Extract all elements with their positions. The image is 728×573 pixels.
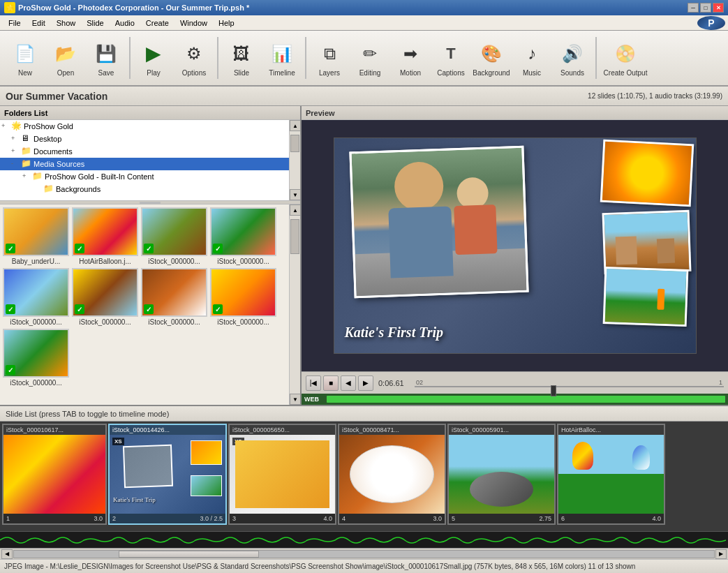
toolbar-options-button[interactable]: ⚙ Options <box>174 34 214 82</box>
slide-item-4[interactable]: iStock_000008471... 4 3.0 <box>338 424 446 525</box>
folders-scroll-thumb[interactable] <box>290 135 299 152</box>
thumb-label-fields: iStock_000000... <box>72 318 138 326</box>
expand-proshow[interactable]: + <box>1 122 10 131</box>
slide-item-1[interactable]: iStock_000010617... 1 3.0 <box>2 424 107 525</box>
slide-thumb-2: XS Katie's First Trip <box>110 435 225 514</box>
menu-slide[interactable]: Slide <box>81 17 109 29</box>
collage-photo-mr <box>602 210 691 274</box>
thumbnail-hiker[interactable]: ✓ iStock_000000... <box>3 329 69 387</box>
playback-controls: |◀ ■ ◀ ▶ 0:06.61 0 2 1 <box>302 371 728 394</box>
menu-create[interactable]: Create <box>140 17 174 29</box>
toolbar-sounds-button[interactable]: 🔊 Sounds <box>553 34 592 82</box>
toolbar-play-button[interactable]: ▶ Play <box>134 34 173 82</box>
tree-item-documents[interactable]: + 📁 Documents <box>0 145 289 158</box>
close-button[interactable]: ✕ <box>713 3 724 13</box>
menu-window[interactable]: Window <box>174 17 213 29</box>
thumbs-scroll-up[interactable]: ▲ <box>290 204 300 216</box>
preview-header-label: Preview <box>306 109 335 117</box>
slide-item-2[interactable]: iStock_000014426... XS Katie's First Tri… <box>108 424 227 525</box>
media-thumbnails[interactable]: ✓ Baby_underU... ✓ HotAirBalloon.j... ✓ <box>0 204 289 405</box>
thumbnail-family[interactable]: ✓ iStock_000000... <box>141 207 207 265</box>
mini-photo-3 <box>191 475 222 496</box>
h-scrollbar-track[interactable] <box>13 550 715 558</box>
slide-item-6[interactable]: HotAirBalloc... 6 4.0 <box>557 424 665 525</box>
thumbnail-balloon[interactable]: ✓ HotAirBalloon.j... <box>72 207 138 265</box>
minimize-button[interactable]: ─ <box>688 3 699 13</box>
scroll-left-arrow[interactable]: ◀ <box>1 549 13 559</box>
toolbar-background-button[interactable]: 🎨 Background <box>472 34 511 82</box>
app-icon: 🌟 <box>4 2 15 13</box>
slide-item-5[interactable]: iStock_000005901... 5 2.75 <box>447 424 556 525</box>
progress-bar[interactable] <box>415 386 724 387</box>
folders-scroll-down[interactable]: ▼ <box>290 189 300 200</box>
slide-num-4: 4 <box>342 515 346 522</box>
slide-thumb-4 <box>339 435 445 514</box>
menu-edit[interactable]: Edit <box>27 17 51 29</box>
h-scrollbar-thumb[interactable] <box>119 551 259 558</box>
folders-content[interactable]: + 🌟 ProShow Gold + 🖥 Desktop + 📁 Documen… <box>0 120 289 200</box>
toolbar-open-button[interactable]: 📂 Open <box>46 34 85 82</box>
slide-num-5: 5 <box>452 515 455 522</box>
toolbar-new-button[interactable]: 📄 New <box>6 34 45 82</box>
toolbar-timeline-button[interactable]: 📊 Timeline <box>262 34 302 82</box>
toolbar-captions-button[interactable]: T Captions <box>431 34 470 82</box>
slide-item-3[interactable]: iStock_000005650... XS 3 4.0 <box>228 424 336 525</box>
thumbs-scroll-down[interactable]: ▼ <box>290 394 300 405</box>
preview-canvas: Katie's First Trip <box>302 120 728 371</box>
menu-help[interactable]: Help <box>213 17 240 29</box>
slide-title-4: iStock_000008471... <box>339 425 445 435</box>
builtin-icon: 📁 <box>32 171 43 182</box>
timeline-container[interactable]: 0 2 1 <box>415 379 724 387</box>
slide-list-header: Slide List (press TAB to toggle to timel… <box>0 406 728 422</box>
expand-documents[interactable]: + <box>11 147 20 156</box>
menu-audio[interactable]: Audio <box>110 17 140 29</box>
tree-item-proshow[interactable]: + 🌟 ProShow Gold <box>0 120 289 133</box>
folders-scroll-up[interactable]: ▲ <box>290 120 300 131</box>
toolbar-editing-button[interactable]: ✏ Editing <box>350 34 389 82</box>
baby-preview <box>235 440 329 508</box>
menu-file[interactable]: File <box>3 17 27 29</box>
thumbnail-baseball[interactable]: ✓ iStock_000000... <box>141 268 207 326</box>
menu-show[interactable]: Show <box>51 17 82 29</box>
scroll-right-arrow[interactable]: ▶ <box>715 549 727 559</box>
toolbar-layers-button[interactable]: ⧉ Layers <box>310 34 349 82</box>
play-start-button[interactable]: |◀ <box>306 375 321 391</box>
time-display: 0:06.61 <box>378 379 410 387</box>
stop-button[interactable]: ■ <box>323 375 339 391</box>
tree-item-media-sources[interactable]: - 📁 Media Sources <box>0 158 289 170</box>
tree-label-desktop: Desktop <box>34 135 61 143</box>
thumbnail-kids[interactable]: ✓ iStock_000000... <box>210 207 276 265</box>
toolbar-slide-button[interactable]: 🖼 Slide <box>222 34 261 82</box>
thumbnail-flower[interactable]: ✓ iStock_000000... <box>210 268 276 326</box>
tree-item-builtin[interactable]: + 📁 ProShow Gold - Built-In Content <box>0 170 289 183</box>
thumb-img-flower: ✓ <box>210 268 276 317</box>
folders-scrollbar[interactable]: ▲ ▼ <box>289 120 300 200</box>
progress-handle[interactable] <box>551 385 556 396</box>
toolbar-motion-button[interactable]: ➡ Motion <box>391 34 430 82</box>
expand-desktop[interactable]: + <box>11 135 20 143</box>
maximize-button[interactable]: □ <box>700 3 711 13</box>
play-back-button[interactable]: ◀ <box>341 375 356 391</box>
slide-list-content[interactable]: iStock_000010617... 1 3.0 iStock_0000144… <box>0 422 728 531</box>
person-head <box>394 161 444 211</box>
thumb-img-baby: ✓ <box>3 207 69 256</box>
thumbs-scroll-thumb[interactable] <box>290 219 299 254</box>
thumbnail-fields[interactable]: ✓ iStock_000000... <box>72 268 138 326</box>
slide-thumb-1 <box>3 435 105 514</box>
tree-item-backgrounds[interactable]: + 📁 Backgrounds <box>0 183 289 195</box>
slide-dur-5: 2.75 <box>539 515 551 522</box>
tree-item-desktop[interactable]: + 🖥 Desktop <box>0 133 289 145</box>
bottom-scrollbar[interactable]: ◀ ▶ <box>0 548 728 559</box>
toolbar-save-button[interactable]: 💾 Save <box>87 34 126 82</box>
thumb-check-baby: ✓ <box>6 244 15 253</box>
thumbnails-scrollbar[interactable]: ▲ ▼ <box>289 204 300 405</box>
expand-builtin[interactable]: + <box>22 172 31 181</box>
baseball-shape <box>350 445 434 503</box>
window-title: ProShow Gold - Photodex Corporation - Ou… <box>18 3 688 12</box>
toolbar-music-button[interactable]: ♪ Music <box>512 34 551 82</box>
toolbar-create-output-button[interactable]: 📀 Create Output <box>600 34 651 82</box>
thumbnail-blue[interactable]: ✓ iStock_000000... <box>3 268 69 326</box>
thumbnail-baby[interactable]: ✓ Baby_underU... <box>3 207 69 265</box>
play-forward-button[interactable]: ▶ <box>358 375 373 391</box>
expand-media-sources[interactable]: - <box>11 160 20 168</box>
